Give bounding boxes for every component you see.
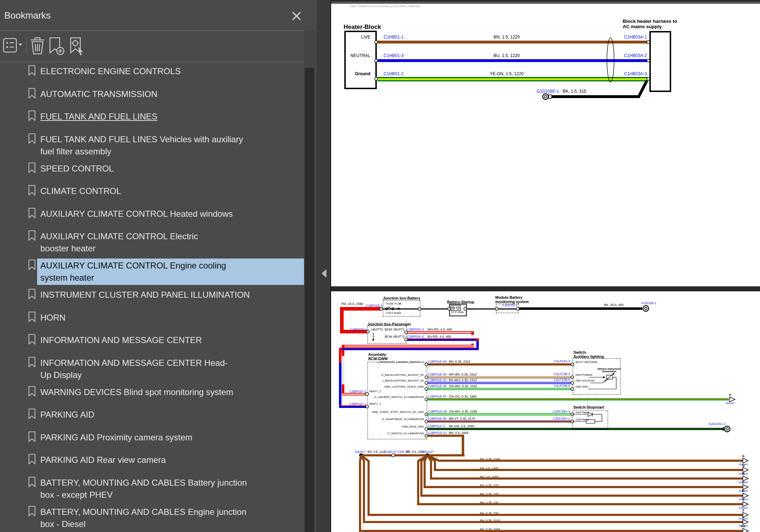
gold-plated-note: Gold Plated <box>576 411 589 414</box>
switch-stop-start-title: Switch-Stop/start <box>573 405 604 409</box>
connector-label: C2BP01E-35 <box>428 384 447 388</box>
wire-label: BU-WH, 0.35, 2310 <box>449 378 477 382</box>
wire-label: BN, 0.5, 2055 <box>480 475 498 479</box>
wire-label: BN, 0.35, 270 <box>480 484 498 487</box>
bookmarks-panel: Bookmarks <box>0 0 330 532</box>
pin-name: BOOT RELEASE <box>576 360 598 364</box>
battery-startup-box <box>449 304 467 316</box>
switch-illumination-drop <box>462 435 464 455</box>
inline-connector-label: C32E-57 C32F-57 <box>385 450 409 454</box>
bookmark-flag-icon <box>28 431 36 443</box>
bookmark-item-label: WARNING DEVICES Blind spot monitoring sy… <box>37 385 305 399</box>
bookmarks-toolbar <box>0 36 93 57</box>
bookmark-flag-icon <box>28 506 36 517</box>
wire-label: BN, 0.5, 1680 <box>406 450 425 454</box>
collapse-panel-icon[interactable] <box>320 268 328 279</box>
module-battery-monitoring-title: Module-Battery monitoring system <box>495 295 529 304</box>
bookmark-item-label: INFORMATION AND MESSAGE CENTER Head- Up … <box>37 356 305 382</box>
wire-label: BN, 0.35, 2190 <box>480 457 500 461</box>
connector-label: C2LF23B-4 <box>538 372 570 376</box>
add-bookmark-icon[interactable] <box>50 38 64 55</box>
connector-label: C1HB03A-2 <box>611 53 647 58</box>
bookmark-item-label: SPEED CONTROL <box>37 162 305 176</box>
bookmark-item-label: AUXILIARY CLIMATE CONTROL Heated windows <box>37 207 305 221</box>
wire-label: BK-GN, 2.5, 1060 <box>449 424 474 428</box>
wire-label: BN, 0.35, 220 <box>480 501 498 505</box>
bookmark-flag-icon <box>28 476 36 488</box>
connector-label: C1HB03A-3 <box>611 71 647 76</box>
heater-block-title: Heater-Block <box>344 24 381 31</box>
connector-label: C2BP01E-22 <box>428 378 447 382</box>
connector-label: C2DC38A-1 <box>538 417 570 420</box>
wire-bk <box>552 95 640 98</box>
bookmark-item-label: INSTRUMENT CLUSTER AND PANEL ILLUMINATIO… <box>37 288 305 302</box>
splice-label: S3LN17 <box>355 450 366 454</box>
bookmark-item-label: CLIMATE CONTROL <box>37 184 305 198</box>
connector-label: C2BP01D-12 <box>428 431 447 435</box>
pin-name: I_RESISTIVE_LADDER_SWITCH_1 <box>335 360 424 364</box>
pin-name: LIVE <box>345 35 370 40</box>
bookmark-list: ELECTRONIC ENGINE CONTROLS AUTOMATIC TRA… <box>0 62 305 532</box>
wire-label: BN-VT, 0.35, 2170 <box>449 417 475 420</box>
bookmark-item-label: BATTERY, MOUNTING AND CABLES Engine junc… <box>37 505 305 531</box>
locate-current-bookmark-icon[interactable] <box>71 38 83 56</box>
wire-burd <box>339 348 479 350</box>
pdf-viewer-window: Bookmarks <box>0 0 760 532</box>
dimmer-instrument-illumination-label: Dimmer-Instrument- Illumination <box>597 368 622 373</box>
block-heater-harness-title: Block heater harness to AC mains supply <box>623 19 677 29</box>
bookmark-options-menu-icon[interactable] <box>4 39 22 52</box>
wire-label: GN-OG, 0.35, 1950 <box>449 395 477 398</box>
bookmark-flag-icon <box>28 334 36 345</box>
ac-mains-box <box>649 31 671 92</box>
connector-label: C1HB01-2 <box>384 71 404 76</box>
wire-bn <box>427 435 463 437</box>
connector-label: C2BP02K-5 <box>407 335 424 338</box>
fuse-name: FUSE FL5B <box>386 302 401 305</box>
scrollbar-track[interactable] <box>304 31 317 532</box>
pin-name: I_BACKLIGHTING_ADJUST_5V <box>335 379 424 382</box>
bookmark-flag-icon <box>28 65 36 76</box>
wire-whrd <box>342 393 368 395</box>
offpage-letter: G <box>739 454 747 458</box>
wire-label: BN, 0.35, 270 <box>480 492 498 496</box>
wire-label: BN, 0.5, 1115 <box>368 450 386 454</box>
bookmark-flag-icon <box>28 162 36 174</box>
connector-label: C2LF23B-6 <box>538 384 570 388</box>
switch-auxiliary-lighting-title: Switch- Auxiliary lighting <box>573 350 604 359</box>
pin-name: O_BACKLIGHTING_ADJUST_5V <box>335 373 424 377</box>
offpage-letter: Q <box>739 464 747 467</box>
document-header: L8D2-70366-D-A-01-01-Service (L551-20MY-… <box>350 5 420 8</box>
wire-gnwh <box>427 413 571 415</box>
close-icon[interactable] <box>291 11 302 21</box>
ground-connector-label: G1D108-1 <box>642 301 657 305</box>
connector-label: C2BP01E-54 <box>428 373 447 376</box>
offpage-letter: D <box>739 489 747 493</box>
wire-burd <box>339 348 341 408</box>
scrollbar-thumb[interactable] <box>305 68 314 532</box>
splice-line <box>361 454 465 456</box>
divider <box>0 31 305 31</box>
wire-label: WH-RD, 4.0, 465 <box>427 328 452 331</box>
pin-name: VBATT_1 <box>369 390 381 393</box>
wire-yegn <box>378 77 648 81</box>
offpage-letter: A <box>726 393 734 397</box>
assembly-bcm-gwm-title: Assembly- BCM-GWM <box>368 352 387 361</box>
bookmark-flag-icon <box>28 133 36 144</box>
connector-label: C2BP01F-2 <box>337 390 366 393</box>
bookmark-flag-icon <box>28 110 36 122</box>
pin-name: VBATT_2 <box>369 402 381 405</box>
connector-label: C1BF01E-1 <box>353 304 382 307</box>
panel-collapse-strip[interactable] <box>317 0 330 532</box>
bookmark-flag-icon <box>28 230 36 241</box>
bk-ground-wire <box>519 307 642 310</box>
wire-label: BU, 1.5, 1220 <box>471 53 542 58</box>
connector-label: C2LF23B-5 <box>538 378 570 382</box>
wire-label: BN, 1.5, 1220 <box>471 35 542 40</box>
page-separator <box>331 286 760 291</box>
bookmark-flag-icon <box>28 259 36 271</box>
bookmark-item-label: BATTERY, MOUNTING AND CABLES Battery jun… <box>37 476 305 502</box>
gold-plated-note: Gold Plated <box>576 418 589 421</box>
wire-burd <box>407 338 479 341</box>
delete-bookmark-icon[interactable] <box>31 38 44 54</box>
wire-label: BN, 0.35, 3255 <box>480 528 500 531</box>
